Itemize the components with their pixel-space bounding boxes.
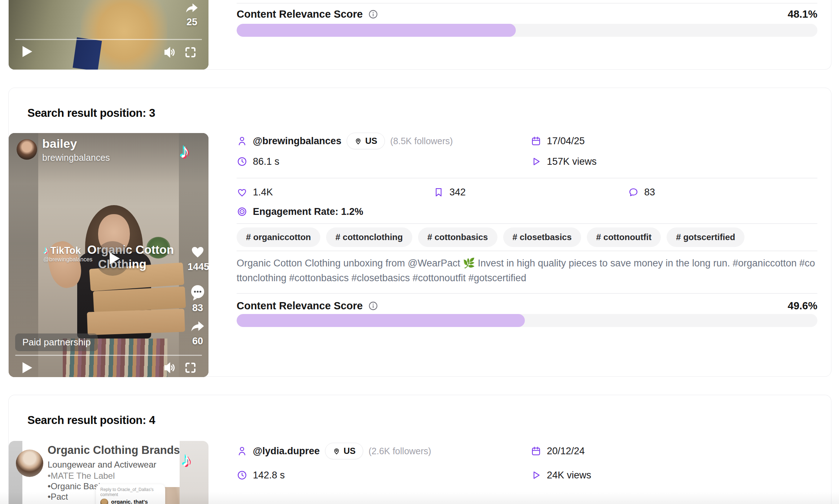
- country-code: US: [365, 136, 377, 146]
- comment-rail[interactable]: 83: [188, 284, 207, 314]
- tiktok-logo-icon: ♪: [182, 450, 191, 469]
- divider: [237, 251, 817, 251]
- video-progress-bar[interactable]: [15, 355, 202, 356]
- volume-icon[interactable]: [163, 361, 177, 375]
- share-icon[interactable]: [184, 1, 200, 15]
- creator-handle[interactable]: brewingbalances: [42, 152, 110, 163]
- hashtag-pill[interactable]: # closetbasics: [503, 227, 581, 247]
- share-count-rail: 60: [188, 336, 208, 347]
- reply-context: Reply to Oracle_of_Dallas's comment: [100, 487, 161, 497]
- thumb-title: Organic Clothing Brands: [48, 444, 180, 457]
- country-badge: US: [325, 443, 363, 459]
- like-count: 1.4K: [253, 187, 273, 198]
- video-dark-strip: [73, 37, 102, 70]
- thumb-list-item: •Harvest & Mill: [48, 502, 104, 504]
- bookmark-count: 342: [449, 187, 466, 198]
- card-heading: Search result position: 3: [27, 107, 155, 120]
- crs-progress-fill: [237, 24, 516, 37]
- views-icon: [531, 156, 541, 167]
- crs-value: 49.6%: [788, 300, 817, 312]
- reply-avatar: [100, 499, 108, 504]
- info-icon[interactable]: [368, 9, 378, 19]
- video-duration: 142.8 s: [253, 470, 285, 481]
- thumb-subtitle: Loungewear and Activewear: [48, 460, 157, 470]
- tiktok-watermark-handle: @brewingbalances: [43, 256, 92, 263]
- user-icon: [237, 136, 247, 146]
- share-rail-icon[interactable]: [189, 318, 207, 334]
- search-results-page: 25 Content Relevance Score 48.1%: [0, 0, 839, 504]
- view-count: 24K views: [547, 470, 591, 481]
- play-button-icon[interactable]: [18, 43, 35, 60]
- crs-progress-track: [237, 24, 817, 37]
- comment-count-rail: 83: [188, 302, 207, 314]
- heart-icon: [237, 187, 247, 198]
- hashtag-pill[interactable]: # gotscertified: [667, 227, 744, 247]
- divider: [237, 293, 817, 294]
- crs-value: 48.1%: [788, 8, 817, 20]
- tiktok-watermark-icon: ♪: [43, 244, 49, 256]
- views-icon: [531, 470, 541, 481]
- video-progress-bar[interactable]: [15, 39, 202, 40]
- bookmark-icon: [433, 187, 444, 198]
- video-player[interactable]: bailey brewingbalances ♪ ♪ TikTok @brewi…: [9, 133, 208, 377]
- like-rail[interactable]: 1445: [188, 243, 208, 273]
- paid-partnership-badge: Paid partnership: [15, 333, 98, 351]
- crs-label: Content Relevance Score: [237, 8, 363, 20]
- country-badge: US: [347, 133, 385, 149]
- thumb-list-item: •Pact: [48, 491, 68, 502]
- video-duration: 86.1 s: [253, 156, 280, 167]
- engagement-icon: [237, 206, 247, 217]
- calendar-icon: [531, 446, 541, 456]
- clock-icon: [237, 156, 247, 167]
- fullscreen-icon[interactable]: [184, 46, 197, 59]
- divider: [237, 178, 817, 178]
- view-count: 157K views: [547, 156, 597, 167]
- divider: [237, 223, 817, 224]
- fullscreen-icon[interactable]: [184, 361, 197, 374]
- tiktok-watermark-brand: TikTok: [50, 245, 81, 256]
- tiktok-logo-icon: ♪: [180, 141, 190, 161]
- hashtag-pill[interactable]: # organiccotton: [237, 227, 320, 247]
- comment-icon: [628, 187, 639, 198]
- reply-comment-bubble: Reply to Oracle_of_Dallas's comment orga…: [96, 484, 165, 504]
- reply-text: organic. that's what I want: [111, 499, 161, 504]
- search-result-card-2: 25 Content Relevance Score 48.1%: [8, 0, 831, 70]
- thumb-list-item: •MATE The Label: [48, 470, 115, 481]
- center-play-icon: [105, 250, 122, 267]
- share-count: 25: [181, 17, 203, 28]
- crs-progress-fill: [237, 314, 525, 327]
- box-3: [87, 309, 185, 335]
- account-handle[interactable]: @lydia.dupree: [253, 446, 320, 457]
- post-date: 20/12/24: [547, 446, 585, 457]
- divider: [237, 3, 817, 4]
- volume-icon[interactable]: [163, 45, 177, 59]
- comment-count: 83: [644, 187, 655, 198]
- post-date: 17/04/25: [547, 136, 585, 147]
- crs-progress-track: [237, 314, 817, 327]
- account-handle[interactable]: @brewingbalances: [253, 136, 341, 147]
- like-count: 1445: [188, 261, 208, 273]
- user-icon: [237, 446, 247, 456]
- location-pin-icon: [354, 137, 362, 145]
- like-icon[interactable]: [188, 243, 207, 260]
- crs-label: Content Relevance Score: [237, 300, 363, 312]
- center-play-overlay[interactable]: [95, 241, 130, 276]
- video-description: Organic Cotton Clothing unboxing from @W…: [237, 256, 817, 286]
- comment-rail-icon[interactable]: [189, 284, 206, 301]
- play-button-icon[interactable]: [18, 359, 35, 376]
- hashtag-pill[interactable]: # cottonbasics: [418, 227, 497, 247]
- location-pin-icon: [333, 447, 341, 455]
- search-result-card-3: Search result position: 3 bailey brewing…: [8, 88, 831, 377]
- country-code: US: [343, 446, 355, 456]
- info-icon[interactable]: [368, 301, 378, 311]
- clock-icon: [237, 470, 247, 481]
- hashtag-pill[interactable]: # cottonclothing: [326, 227, 412, 247]
- card-heading: Search result position: 4: [27, 414, 155, 427]
- creator-avatar[interactable]: [17, 139, 37, 160]
- video-player[interactable]: ♪ Organic Clothing Brands Loungewear and…: [9, 441, 208, 504]
- hashtag-pill[interactable]: # cottonoutfit: [587, 227, 661, 247]
- video-player[interactable]: 25: [9, 0, 208, 70]
- share-group[interactable]: 25: [181, 1, 203, 28]
- creator-display-name[interactable]: bailey: [42, 137, 77, 151]
- share-rail[interactable]: 60: [188, 318, 208, 347]
